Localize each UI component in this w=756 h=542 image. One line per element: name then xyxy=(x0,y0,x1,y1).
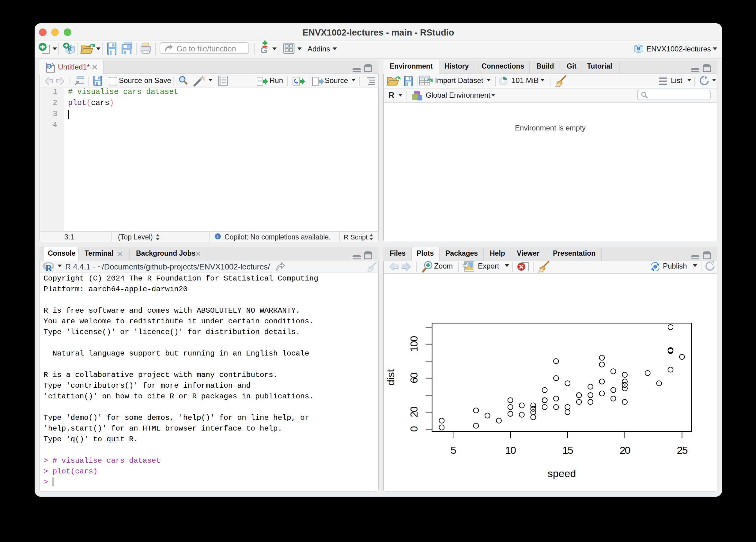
svg-text:60: 60 xyxy=(408,373,420,383)
svg-text:R: R xyxy=(47,64,51,70)
svg-text:0: 0 xyxy=(408,426,420,432)
svg-text:100: 100 xyxy=(408,336,420,352)
svg-text:5: 5 xyxy=(451,444,456,456)
svg-text:dist: dist xyxy=(385,369,396,385)
svg-text:20: 20 xyxy=(620,444,630,456)
svg-text:R: R xyxy=(637,46,641,51)
svg-text:25: 25 xyxy=(677,444,687,456)
svg-text:R: R xyxy=(45,263,52,273)
svg-text:20: 20 xyxy=(408,407,420,417)
svg-text:i: i xyxy=(217,234,218,239)
svg-text:10: 10 xyxy=(505,444,516,456)
svg-text:speed: speed xyxy=(548,468,576,479)
svg-text:15: 15 xyxy=(562,444,573,456)
